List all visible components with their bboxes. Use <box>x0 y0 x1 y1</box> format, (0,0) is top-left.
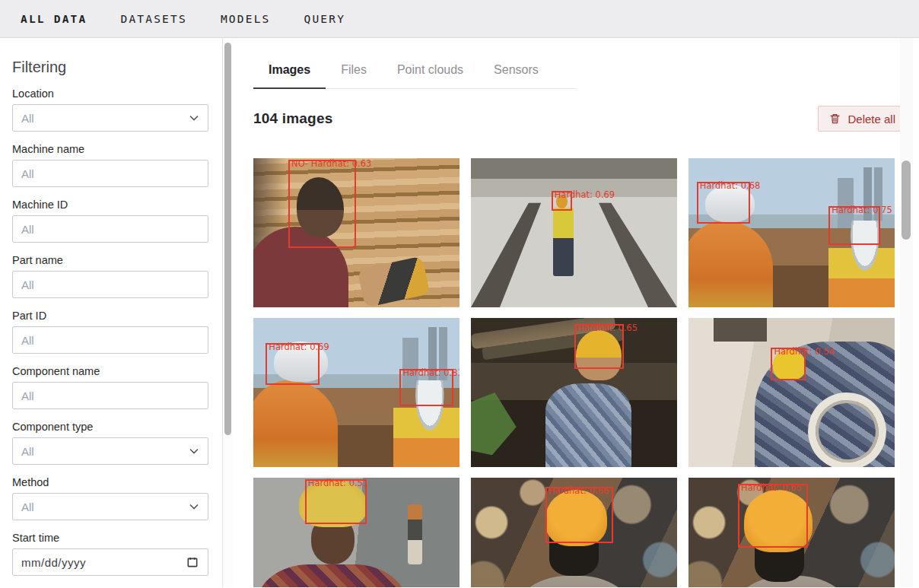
filter-label: Component name <box>12 365 208 377</box>
image-card[interactable]: Hardhat: 0.51 <box>253 478 460 587</box>
scene-shape <box>253 380 338 467</box>
nav-item-datasets[interactable]: DATASETS <box>120 13 186 25</box>
detection-label: Hardhat: 0.51 <box>308 478 369 488</box>
filter-select-location[interactable]: All <box>12 104 208 132</box>
image-card[interactable]: Hardhat: 0.68Hardhat: 0.75 <box>688 158 895 307</box>
scene-shape <box>471 393 517 455</box>
delete-all-label: Delete all <box>847 113 895 126</box>
scene-shape <box>545 383 632 467</box>
detection-box: Hardhat: 0.81 <box>399 369 453 406</box>
detection-box: Hardhat: 0.66 <box>545 487 613 543</box>
delete-all-button[interactable]: Delete all <box>818 106 907 132</box>
main-panel: ImagesFilesPoint cloudsSensors 104 image… <box>234 38 919 587</box>
image-card[interactable]: Hardhat: 0.69 <box>471 158 677 307</box>
selected-value: All <box>21 445 34 458</box>
tab-files[interactable]: Files <box>326 60 382 88</box>
chevron-down-icon <box>189 504 199 510</box>
filter-label: Component type <box>12 421 208 433</box>
detection-box: Hardhat: 0.68 <box>697 182 750 224</box>
image-card[interactable]: NO- Hardhat: 0.63 <box>253 158 460 307</box>
image-card[interactable]: Hardhat: 0.69Hardhat: 0.81 <box>253 318 460 467</box>
detection-box: Hardhat: 0.65 <box>738 484 808 548</box>
filter-input-machine-name[interactable] <box>12 160 208 187</box>
trash-icon <box>829 113 841 125</box>
filter-component-name: Component name <box>12 365 208 409</box>
detection-label: Hardhat: 0.81 <box>402 367 460 378</box>
filter-label: Part ID <box>12 310 208 322</box>
filter-sidebar: Filtering LocationAllMachine nameMachine… <box>0 38 223 587</box>
scene-shape <box>257 564 405 587</box>
selected-value: All <box>21 112 34 125</box>
nav-item-all-data[interactable]: ALL DATA <box>21 13 87 25</box>
scene-shape <box>358 256 430 307</box>
tab-bar: ImagesFilesPoint cloudsSensors <box>253 60 576 89</box>
detection-label: Hardhat: 0.65 <box>741 482 802 493</box>
sidebar-title: Filtering <box>12 59 208 76</box>
filter-location: LocationAll <box>12 87 208 132</box>
filter-select-component-type[interactable]: All <box>12 437 208 465</box>
filter-label: Location <box>12 87 208 100</box>
detection-label: Hardhat: 0.69 <box>269 342 329 352</box>
filter-list: LocationAllMachine nameMachine IDPart na… <box>12 87 208 576</box>
filter-input-component-name[interactable] <box>12 382 208 409</box>
detection-label: Hardhat: 0.75 <box>832 205 892 215</box>
detection-label: Hardhat: 0.54 <box>774 346 835 357</box>
image-card[interactable]: Hardhat: 0.54 <box>688 318 895 467</box>
filter-label: Start time <box>12 532 208 544</box>
image-card[interactable]: Hardhat: 0.65 <box>471 318 677 467</box>
filter-select-method[interactable]: All <box>12 493 208 520</box>
filter-machine-id: Machine ID <box>12 199 208 243</box>
main-scrollbar-thumb[interactable] <box>902 161 911 240</box>
scene-shape <box>508 576 640 587</box>
filter-date-start-time[interactable]: mm/dd/yyyy <box>12 548 208 576</box>
image-grid: NO- Hardhat: 0.63Hardhat: 0.69Hardhat: 0… <box>253 158 895 587</box>
detection-label: Hardhat: 0.65 <box>577 323 638 333</box>
filter-start-time: Start timemm/dd/yyyy <box>12 532 208 576</box>
image-count: 104 images <box>253 110 332 127</box>
chevron-down-icon <box>189 448 199 454</box>
image-card[interactable]: Hardhat: 0.65 <box>688 478 895 587</box>
nav-item-query[interactable]: QUERY <box>304 13 346 25</box>
filter-component-type: Component typeAll <box>12 421 208 465</box>
detection-label: Hardhat: 0.69 <box>555 189 615 200</box>
filter-label: Method <box>12 476 208 488</box>
detection-box: Hardhat: 0.69 <box>266 343 319 385</box>
filter-part-id: Part ID <box>12 310 208 354</box>
detection-box: NO- Hardhat: 0.63 <box>288 160 356 248</box>
nav-item-models[interactable]: MODELS <box>221 13 271 25</box>
scene-shape <box>714 318 767 342</box>
scene-shape <box>408 504 422 564</box>
main-scrollbar-track[interactable] <box>900 38 913 587</box>
sidebar-scrollbar[interactable] <box>223 38 234 587</box>
image-card[interactable]: Hardhat: 0.66 <box>471 478 677 587</box>
calendar-icon <box>186 556 199 568</box>
content-area: Filtering LocationAllMachine nameMachine… <box>0 38 919 587</box>
tab-images[interactable]: Images <box>253 60 326 89</box>
tab-sensors[interactable]: Sensors <box>479 60 554 88</box>
detection-box: Hardhat: 0.51 <box>305 479 367 524</box>
selected-value: All <box>21 501 34 513</box>
filter-method: MethodAll <box>12 476 208 520</box>
detection-label: NO- Hardhat: 0.63 <box>291 158 371 169</box>
date-placeholder: mm/dd/yyyy <box>21 556 86 569</box>
filter-input-machine-id[interactable] <box>12 215 208 243</box>
filter-label: Machine ID <box>12 199 208 211</box>
header-row: 104 images Delete all <box>253 106 907 132</box>
filter-input-part-name[interactable] <box>12 271 208 298</box>
tab-point-clouds[interactable]: Point clouds <box>382 60 479 88</box>
detection-label: Hardhat: 0.66 <box>549 485 609 496</box>
filter-input-part-id[interactable] <box>12 326 208 354</box>
filter-machine-name: Machine name <box>12 143 208 187</box>
detection-box: Hardhat: 0.54 <box>771 348 806 380</box>
scene-shape <box>553 208 574 276</box>
filter-label: Part name <box>12 254 208 266</box>
detection-box: Hardhat: 0.69 <box>552 191 572 210</box>
filter-part-name: Part name <box>12 254 208 298</box>
detection-label: Hardhat: 0.68 <box>700 180 761 191</box>
chevron-down-icon <box>189 115 199 121</box>
detection-box: Hardhat: 0.65 <box>574 324 624 369</box>
top-nav: ALL DATADATASETSMODELSQUERY <box>0 0 919 38</box>
sidebar-scrollbar-thumb[interactable] <box>224 43 231 435</box>
detection-box: Hardhat: 0.75 <box>828 206 880 245</box>
filter-label: Machine name <box>12 143 208 155</box>
